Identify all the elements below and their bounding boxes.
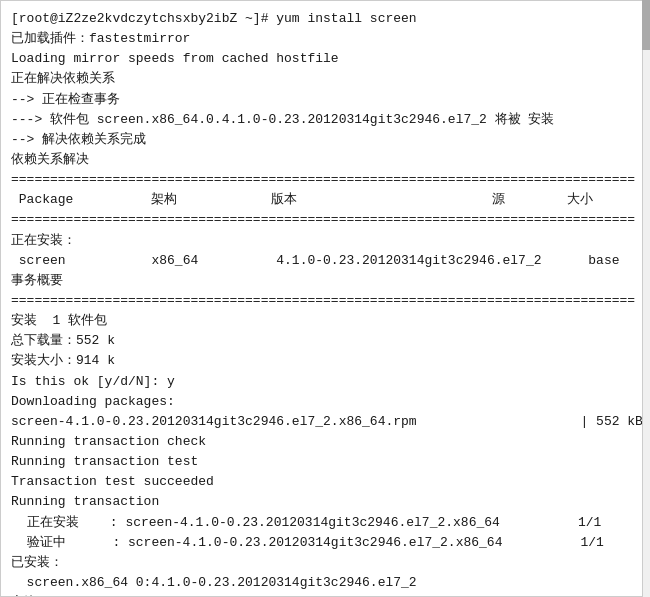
terminal-line: Package 架构 版本 源 大小 [11,190,639,210]
terminal-line: 正在安装 : screen-4.1.0-0.23.20120314git3c29… [11,513,639,533]
terminal-line: --> 解决依赖关系完成 [11,130,639,150]
terminal-line: Is this ok [y/d/N]: y [11,372,639,392]
terminal-line: 正在解决依赖关系 [11,69,639,89]
terminal-line: screen x86_64 4.1.0-0.23.20120314git3c29… [11,251,639,271]
terminal-line: screen-4.1.0-0.23.20120314git3c2946.el7_… [11,412,639,432]
divider-line: ========================================… [11,170,639,190]
terminal-container: [root@iZ2ze2kvdczytchsxby2ibZ ~]# yum in… [0,0,650,597]
terminal-line: 依赖关系解决 [11,150,639,170]
terminal-line: 验证中 : screen-4.1.0-0.23.20120314git3c294… [11,533,639,553]
terminal-line: 安装大小：914 k [11,351,639,371]
terminal-line: Transaction test succeeded [11,472,639,492]
terminal-line: --> 正在检查事务 [11,90,639,110]
terminal-line: 事务概要 [11,271,639,291]
terminal-line: Running transaction test [11,452,639,472]
terminal-line: [root@iZ2ze2kvdczytchsxby2ibZ ~]# yum in… [11,9,639,29]
terminal-line: 正在安装： [11,231,639,251]
terminal-line: screen.x86_64 0:4.1.0-0.23.20120314git3c… [11,573,639,593]
terminal-line: Loading mirror speeds from cached hostfi… [11,49,639,69]
divider-line: ========================================… [11,210,639,230]
scrollbar-thumb[interactable] [642,0,650,50]
terminal-line: Downloading packages: [11,392,639,412]
terminal-window[interactable]: [root@iZ2ze2kvdczytchsxby2ibZ ~]# yum in… [0,0,650,597]
terminal-line: Running transaction [11,492,639,512]
terminal-line: 安装 1 软件包 [11,311,639,331]
terminal-line: 完毕！ [11,593,639,597]
terminal-line: Running transaction check [11,432,639,452]
scrollbar[interactable] [642,0,650,597]
divider-line: ========================================… [11,291,639,311]
terminal-line: 已安装： [11,553,639,573]
terminal-line: 已加载插件：fastestmirror [11,29,639,49]
terminal-line: ---> 软件包 screen.x86_64.0.4.1.0-0.23.2012… [11,110,639,130]
terminal-line: 总下载量：552 k [11,331,639,351]
